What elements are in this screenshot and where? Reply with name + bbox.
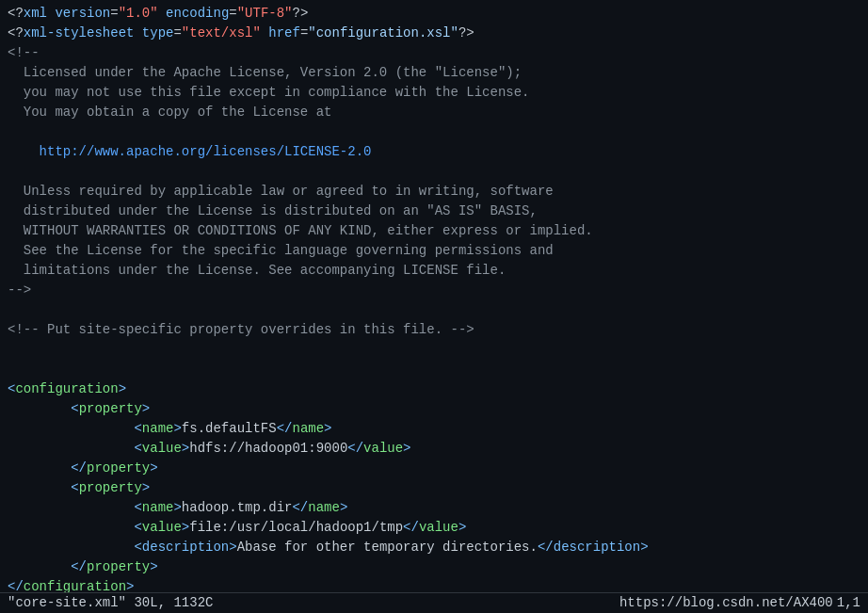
line-21: <property> (8, 399, 860, 419)
line-28: <description>Abase for other temporary d… (8, 538, 860, 557)
line-20: <configuration> (8, 379, 860, 399)
line-11: distributed under the License is distrib… (8, 202, 860, 221)
status-bar: "core-site.xml" 30L, 1132C https://blog.… (0, 592, 868, 613)
line-6: You may obtain a copy of the License at (8, 103, 860, 122)
line-17: <!-- Put site-specific property override… (8, 320, 860, 340)
line-23: <value>hdfs://hadoop01:9000</value> (8, 439, 860, 459)
line-5: you may not use this file except in comp… (8, 83, 860, 103)
line-27: <value>file:/usr/local/hadoop1/tmp</valu… (8, 518, 860, 538)
line-22: <name>fs.defaultFS</name> (8, 419, 860, 439)
line-16 (8, 300, 860, 320)
line-19 (8, 360, 860, 379)
file-status: "core-site.xml" 30L, 1132C (8, 593, 213, 613)
line-10: Unless required by applicable law or agr… (8, 182, 860, 202)
code-editor[interactable]: <?xml version="1.0" encoding="UTF-8"?> <… (0, 0, 868, 613)
line-9 (8, 162, 860, 182)
line-15: --> (8, 281, 860, 300)
line-29: </property> (8, 557, 860, 577)
line-1: <?xml version="1.0" encoding="UTF-8"?> (8, 4, 860, 24)
line-4: Licensed under the Apache License, Versi… (8, 63, 860, 83)
line-8: http://www.apache.org/licenses/LICENSE-2… (8, 142, 860, 162)
url-text: https://blog.csdn.net/AX400 (619, 595, 833, 610)
line-18 (8, 340, 860, 360)
line-7 (8, 122, 860, 142)
blog-url: https://blog.csdn.net/AX4001,1 (619, 593, 860, 613)
line-13: See the License for the specific languag… (8, 241, 860, 261)
line-24: </property> (8, 459, 860, 478)
line-12: WITHOUT WARRANTIES OR CONDITIONS OF ANY … (8, 221, 860, 241)
line-25: <property> (8, 478, 860, 498)
line-14: limitations under the License. See accom… (8, 261, 860, 281)
line-3: <!-- (8, 43, 860, 63)
line-26: <name>hadoop.tmp.dir</name> (8, 498, 860, 518)
position-text: 1,1 (837, 595, 860, 610)
line-2: <?xml-stylesheet type="text/xsl" href="c… (8, 24, 860, 43)
